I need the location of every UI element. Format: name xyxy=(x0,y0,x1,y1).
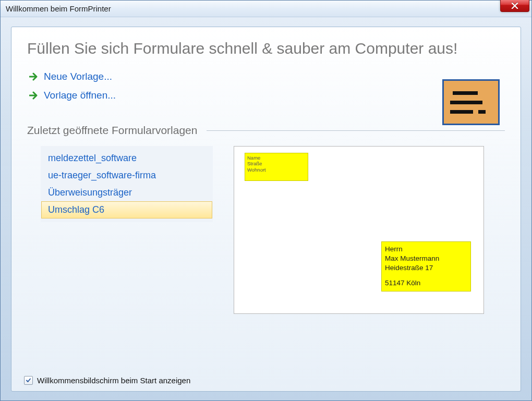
divider xyxy=(207,130,505,131)
arrow-right-icon xyxy=(29,91,39,100)
form-icon xyxy=(442,79,500,125)
open-template-link[interactable]: Vorlage öffnen... xyxy=(29,90,505,101)
sender-field: Name Straße Wohnort xyxy=(245,153,308,181)
footer: Willkommensbildschirm beim Start anzeige… xyxy=(24,376,190,385)
recent-heading-row: Zuletzt geöffnete Formularvorlagen xyxy=(27,124,505,137)
recent-heading: Zuletzt geöffnete Formularvorlagen xyxy=(27,124,197,137)
close-icon xyxy=(511,3,518,9)
open-template-label: Vorlage öffnen... xyxy=(44,90,116,101)
sender-line: Wohnort xyxy=(247,167,306,173)
recent-item[interactable]: Umschlag C6 xyxy=(41,201,212,218)
recipient-line: Heidestraße 17 xyxy=(385,263,467,273)
close-button[interactable] xyxy=(500,0,529,12)
show-welcome-label: Willkommensbildschirm beim Start anzeige… xyxy=(37,376,190,385)
template-preview: Name Straße Wohnort Herrn Max Mustermann… xyxy=(234,146,484,314)
new-template-label: Neue Vorlage... xyxy=(44,71,112,82)
recipient-field: Herrn Max Mustermann Heidestraße 17 5114… xyxy=(381,241,471,291)
content-panel: Füllen Sie sich Formulare schnell & saub… xyxy=(11,27,521,392)
form-icon-line xyxy=(450,110,492,114)
form-icon-line xyxy=(453,91,478,95)
recent-list: meldezettel_software ue-traeger_software… xyxy=(41,146,213,222)
recipient-line: Herrn xyxy=(385,245,467,254)
window-title: Willkommen beim FormPrinter xyxy=(6,4,111,13)
sender-line: Straße xyxy=(247,161,306,166)
titlebar: Willkommen beim FormPrinter xyxy=(1,1,531,17)
new-template-link[interactable]: Neue Vorlage... xyxy=(29,71,505,82)
show-welcome-checkbox[interactable] xyxy=(24,376,33,385)
recent-item[interactable]: Überweisungsträger xyxy=(41,184,212,201)
welcome-window: Willkommen beim FormPrinter Füllen Sie s… xyxy=(0,0,532,401)
recipient-line: Max Mustermann xyxy=(385,254,467,263)
check-icon xyxy=(26,378,31,383)
sender-line: Name xyxy=(247,155,306,161)
recipient-line: 51147 Köln xyxy=(385,278,467,288)
form-icon-line xyxy=(450,101,482,104)
actions: Neue Vorlage... Vorlage öffnen... xyxy=(29,71,505,101)
arrow-right-icon xyxy=(29,72,39,81)
recent-item[interactable]: ue-traeger_software-firma xyxy=(41,167,212,184)
headline: Füllen Sie sich Formulare schnell & saub… xyxy=(27,40,505,57)
recent-item[interactable]: meldezettel_software xyxy=(41,150,212,167)
